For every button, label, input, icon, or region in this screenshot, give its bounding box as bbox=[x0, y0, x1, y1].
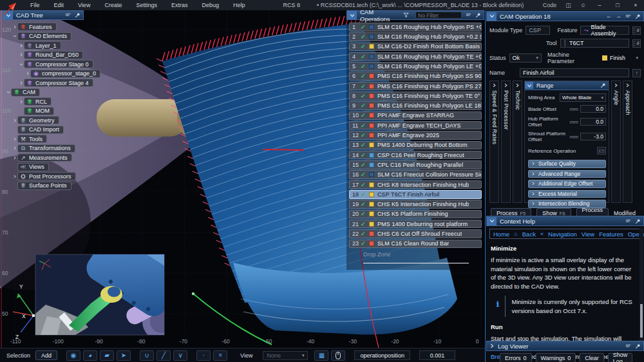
menu-extras[interactable]: Extras bbox=[164, 2, 195, 8]
pin-icon[interactable] bbox=[475, 12, 481, 18]
home-icon[interactable]: ⌂ bbox=[514, 231, 517, 237]
tab-angle[interactable]: Angle bbox=[611, 81, 621, 203]
help-scrollbar[interactable] bbox=[639, 228, 643, 348]
help-nav-home[interactable]: Home bbox=[493, 231, 509, 238]
filter-input[interactable] bbox=[415, 12, 462, 19]
close-button[interactable]: × bbox=[631, 2, 640, 8]
feature-field[interactable]: ⤳ Blade Assembly bbox=[580, 26, 629, 35]
chevron-right-icon[interactable] bbox=[12, 119, 17, 122]
chevron-down-icon[interactable] bbox=[12, 34, 17, 38]
field-value-input[interactable]: 0.0 bbox=[580, 118, 606, 126]
collapse-panel-icon[interactable] bbox=[487, 217, 497, 225]
chevron-right-icon[interactable] bbox=[12, 146, 17, 150]
cam-operation-row-11[interactable]: 11✓PPI AMF Engrave TECH_DAYS bbox=[349, 121, 482, 130]
tree-item-cad-elements[interactable]: CAD Elements bbox=[3, 32, 84, 41]
cam-operation-row-7[interactable]: 7✓PMS C16 Finishing Hub Polygon PS 270° bbox=[349, 82, 482, 91]
tolerance-field[interactable]: 0.001 bbox=[419, 350, 455, 360]
back-icon[interactable]: ← bbox=[606, 14, 612, 19]
tree-item-views[interactable]: ≪Views bbox=[3, 163, 84, 171]
menu-file[interactable]: File bbox=[23, 2, 47, 8]
tree-item-cam[interactable]: CAM bbox=[3, 88, 84, 97]
select-point-icon[interactable]: · bbox=[196, 350, 211, 361]
menu-debug[interactable]: Debug bbox=[194, 2, 226, 8]
scrollbar-thumb[interactable] bbox=[640, 304, 643, 338]
tree-item-layer-1[interactable]: Layer_1 bbox=[3, 41, 84, 50]
collapse-panel-icon[interactable] bbox=[347, 11, 357, 19]
machine-parameter-dropdown[interactable]: Finish▾ bbox=[600, 53, 641, 62]
select-solid-icon[interactable]: ◉ bbox=[66, 350, 80, 361]
cam-operation-row-5[interactable]: 5✓SLM C16 Roughing Hub Polygon LE +0.2 1… bbox=[349, 62, 482, 71]
cam-operation-row-16[interactable]: 16✓SLM C16 Freecut Collision Pressure Si… bbox=[349, 170, 482, 179]
section-surface-quality[interactable]: Surface Quality bbox=[528, 160, 606, 168]
tab-approach[interactable]: Approach bbox=[623, 81, 632, 203]
menu-view[interactable]: View bbox=[71, 2, 97, 8]
tool-browse-button[interactable]: ⋮≢ bbox=[632, 39, 641, 48]
show-log-button[interactable]: Show Log bbox=[608, 353, 633, 362]
menu-help[interactable]: Help bbox=[226, 2, 252, 8]
chevron-down-icon[interactable] bbox=[5, 90, 11, 94]
status-dropdown[interactable]: Ok▾ bbox=[509, 53, 542, 62]
select-sphere-icon[interactable]: ◕ bbox=[83, 350, 97, 361]
field-value-input[interactable]: 0.0 bbox=[580, 105, 606, 113]
chevron-right-icon[interactable] bbox=[18, 100, 24, 104]
operation-position-field[interactable]: operationposition bbox=[354, 350, 410, 360]
help-nav-navigation[interactable]: Navigation bbox=[548, 231, 577, 238]
tree-item-mom[interactable]: MOM bbox=[3, 107, 84, 115]
layout-icon[interactable]: ◫ bbox=[565, 2, 571, 8]
chevron-right-icon[interactable] bbox=[18, 53, 24, 57]
cam-operation-row-22[interactable]: 22✓CHS C6 Cut Off Shroud Freecut bbox=[349, 229, 482, 238]
clear-selection-icon[interactable]: × bbox=[213, 350, 227, 361]
cam-operation-row-9[interactable]: 9✓PMS C16 Finishing Hub Polygon LE 180° bbox=[349, 101, 482, 110]
pin-icon[interactable] bbox=[75, 12, 80, 18]
milling-area-dropdown[interactable]: Whole Blade▾ bbox=[560, 93, 606, 102]
tree-item-cad-import[interactable]: CAD Import bbox=[3, 126, 84, 134]
tab-speed-feed-rates[interactable]: Speed & Feed Rates bbox=[489, 81, 499, 203]
chevron-right-icon[interactable] bbox=[24, 71, 30, 75]
mouse-mode-icon[interactable] bbox=[331, 350, 345, 361]
pin-icon[interactable] bbox=[600, 82, 606, 88]
view-dropdown[interactable]: None▾ bbox=[263, 351, 308, 360]
warnings-button[interactable]: Warnings0 bbox=[536, 353, 576, 362]
user-icon[interactable]: ☺ bbox=[580, 2, 586, 8]
chevron-right-icon[interactable] bbox=[12, 156, 17, 160]
pin-icon[interactable] bbox=[635, 343, 641, 349]
panel-menu-icon[interactable] bbox=[466, 12, 471, 18]
cam-operation-row-17[interactable]: 17✓CHS K8 Intersection Finishing Hub bbox=[349, 180, 482, 189]
chevron-right-icon[interactable] bbox=[12, 25, 17, 29]
section-additional-edge-offset[interactable]: Additional Edge Offset bbox=[528, 180, 606, 188]
cam-operations-header[interactable]: CAM Operations bbox=[346, 10, 484, 20]
pin-icon[interactable] bbox=[635, 218, 641, 224]
chevron-right-icon[interactable] bbox=[18, 44, 24, 48]
cam-operation-row-1[interactable]: 1✓SLM C16 Roughing Hub Polygon PS +0.2 2… bbox=[349, 23, 482, 32]
tree-item-compressor-stage-4[interactable]: Compressor Stage 4 bbox=[3, 79, 84, 87]
select-face-icon[interactable]: ▰ bbox=[100, 350, 114, 361]
log-viewer-header[interactable]: Log Viewer bbox=[486, 341, 644, 351]
chevron-right-icon[interactable] bbox=[12, 137, 17, 141]
context-help-header[interactable]: Context Help bbox=[486, 216, 644, 226]
maximize-button[interactable]: □ bbox=[613, 2, 622, 8]
cam-operation-row-4[interactable]: 4✓SLM C16 Roughing Hub Polygon TE +0.2 0… bbox=[349, 52, 482, 61]
forward-icon[interactable]: → bbox=[616, 14, 621, 19]
add-selection-button[interactable]: Add bbox=[35, 350, 57, 360]
select-line-icon[interactable]: ╱ bbox=[156, 350, 171, 361]
reference-operation-button[interactable]: E5 bbox=[597, 147, 606, 155]
tree-item-measurements[interactable]: ↗Measurements bbox=[3, 153, 84, 162]
cam-operation-header[interactable]: CAM Operation 18 ← → bbox=[486, 11, 644, 21]
tab-technic[interactable]: Technic bbox=[513, 81, 522, 203]
cam-operation-row-6[interactable]: 6✓PMS C16 Finishing Hub Polygon SS 90° bbox=[349, 71, 482, 81]
cam-operation-row-15[interactable]: 15✓CPL C16 Peel Roughing Parallel bbox=[349, 160, 482, 169]
cam-operation-row-23[interactable]: 23✓SLM C16 Clean Round Bar bbox=[349, 240, 482, 249]
grid-toggle-icon[interactable]: ▦ bbox=[314, 350, 328, 361]
panel-menu-icon[interactable] bbox=[65, 12, 71, 18]
collapse-panel-icon[interactable] bbox=[487, 12, 497, 21]
cam-operation-row-2[interactable]: 2✓SLM C16 Roughing Hub Polygon +0.2 SS 9… bbox=[349, 32, 482, 41]
tree-item-compressor-stage-0[interactable]: Compressor Stage 0 bbox=[3, 60, 84, 68]
chevron-down-icon[interactable] bbox=[18, 62, 24, 66]
menu-settings[interactable]: Settings bbox=[129, 2, 164, 8]
tree-item-rcl[interactable]: RCL bbox=[3, 97, 84, 106]
tool-field[interactable]: ┆ T6CT bbox=[560, 39, 629, 48]
cam-operation-row-10[interactable]: 10✓PPI AMF Engrave STARRAG bbox=[349, 111, 482, 120]
clear-button[interactable]: Clear bbox=[580, 353, 604, 362]
select-curve-icon[interactable]: ∪ bbox=[140, 350, 154, 361]
help-nav-features[interactable]: Features bbox=[599, 231, 623, 238]
